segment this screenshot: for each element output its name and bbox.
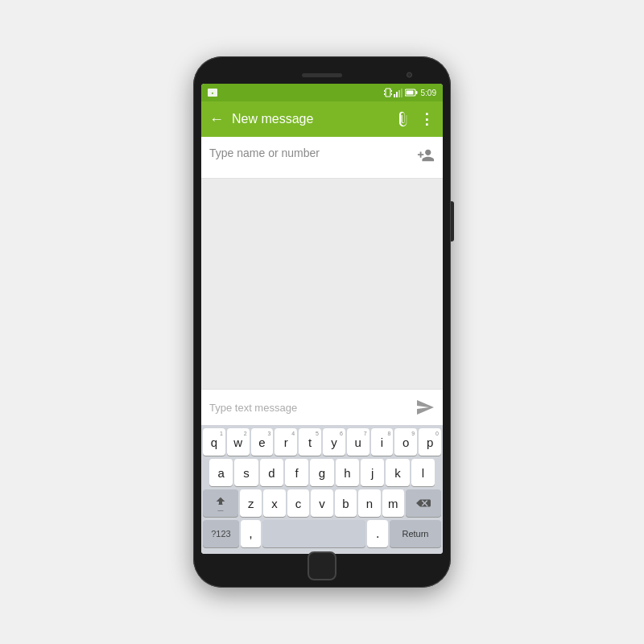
keyboard-row-3: — z x c v b n m xyxy=(203,489,441,517)
phone-screen: ▪ xyxy=(201,84,443,554)
phone-bottom xyxy=(201,554,443,578)
send-button[interactable] xyxy=(415,398,435,417)
shift-key[interactable]: — xyxy=(203,489,238,517)
keyboard-row-4: ?123 , . Return xyxy=(203,520,441,547)
svg-rect-2 xyxy=(384,93,385,95)
key-n[interactable]: n xyxy=(358,489,380,517)
svg-rect-11 xyxy=(406,91,413,95)
svg-rect-7 xyxy=(398,90,400,97)
key-s[interactable]: s xyxy=(234,459,258,486)
to-input[interactable]: Type name or number xyxy=(209,147,417,159)
vibrate-icon xyxy=(384,88,392,97)
key-v[interactable]: v xyxy=(311,489,332,517)
key-f[interactable]: f xyxy=(285,459,308,486)
keyboard-row-1: 1 q 2 w 3 e 4 r 5 t xyxy=(203,428,441,456)
svg-rect-1 xyxy=(384,90,385,92)
notification-icon: ▪ xyxy=(208,89,217,97)
key-o[interactable]: 9 o xyxy=(394,428,417,456)
add-contact-button[interactable] xyxy=(417,147,435,168)
to-field: Type name or number xyxy=(201,137,443,179)
keyboard: 1 q 2 w 3 e 4 r 5 t xyxy=(201,425,443,554)
svg-rect-5 xyxy=(394,94,395,97)
key-z[interactable]: z xyxy=(240,489,262,517)
svg-rect-12 xyxy=(218,504,222,505)
key-r[interactable]: 4 r xyxy=(275,428,297,456)
attach-icon[interactable] xyxy=(395,111,411,127)
backspace-key[interactable] xyxy=(406,489,441,517)
svg-rect-10 xyxy=(415,91,417,94)
key-q[interactable]: 1 q xyxy=(203,428,225,456)
home-button[interactable] xyxy=(308,551,336,580)
back-button[interactable]: ← xyxy=(209,111,224,128)
key-b[interactable]: b xyxy=(335,489,357,517)
app-bar-title: New message xyxy=(232,112,387,126)
return-key[interactable]: Return xyxy=(390,520,441,547)
key-g[interactable]: g xyxy=(310,459,333,486)
key-u[interactable]: 7 u xyxy=(347,428,369,456)
svg-rect-0 xyxy=(386,89,390,97)
status-right: 5:09 xyxy=(384,88,436,97)
speaker xyxy=(302,73,342,77)
period-key[interactable]: . xyxy=(367,520,388,547)
status-time: 5:09 xyxy=(421,89,436,97)
svg-rect-8 xyxy=(401,89,402,97)
message-input[interactable]: Type text message xyxy=(209,402,409,414)
key-y[interactable]: 6 y xyxy=(323,428,345,456)
keyboard-row-2: a s d f g h j k l xyxy=(203,459,441,486)
svg-rect-4 xyxy=(391,93,392,95)
phone-top xyxy=(201,66,443,84)
status-left: ▪ xyxy=(208,89,217,97)
svg-rect-3 xyxy=(391,90,392,92)
svg-rect-6 xyxy=(396,92,398,97)
key-w[interactable]: 2 w xyxy=(227,428,250,456)
key-p[interactable]: 0 p xyxy=(419,428,441,456)
key-e[interactable]: 3 e xyxy=(251,428,274,456)
add-contact-icon xyxy=(417,147,435,164)
status-bar: ▪ xyxy=(201,84,443,101)
key-m[interactable]: m xyxy=(382,489,404,517)
key-d[interactable]: d xyxy=(260,459,283,486)
key-j[interactable]: j xyxy=(361,459,384,486)
return-label: Return xyxy=(402,529,428,539)
symbol-key[interactable]: ?123 xyxy=(203,520,239,547)
shift-icon xyxy=(214,493,227,506)
volume-button[interactable] xyxy=(451,201,454,242)
space-key[interactable] xyxy=(262,520,365,547)
key-x[interactable]: x xyxy=(263,489,285,517)
comma-key[interactable]: , xyxy=(241,520,262,547)
key-c[interactable]: c xyxy=(287,489,309,517)
status-icons xyxy=(384,88,418,97)
message-area xyxy=(201,179,443,389)
symbol-label: ?123 xyxy=(211,529,230,539)
phone-frame: ▪ xyxy=(193,56,451,588)
key-h[interactable]: h xyxy=(336,459,359,486)
battery-icon xyxy=(405,88,418,97)
camera xyxy=(407,72,412,78)
app-bar: ← New message ⋮ xyxy=(201,101,443,137)
key-k[interactable]: k xyxy=(386,459,409,486)
key-a[interactable]: a xyxy=(209,459,233,486)
backspace-icon xyxy=(416,497,431,509)
key-i[interactable]: 8 i xyxy=(371,428,394,456)
signal-icon xyxy=(394,88,403,97)
text-input-area: Type text message xyxy=(201,389,443,425)
more-options-button[interactable]: ⋮ xyxy=(419,110,435,128)
key-l[interactable]: l xyxy=(411,459,435,486)
key-t[interactable]: 5 t xyxy=(299,428,321,456)
